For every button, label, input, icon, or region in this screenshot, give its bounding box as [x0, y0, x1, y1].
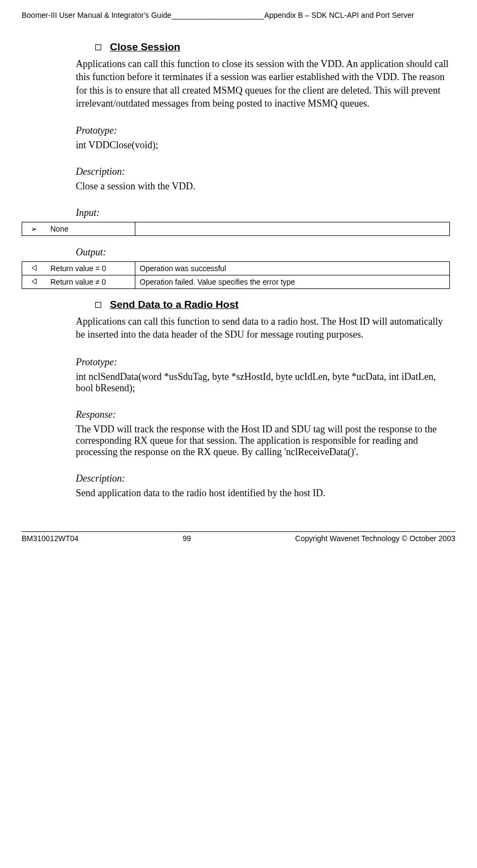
header-separator: ______________________	[172, 11, 264, 19]
description-text: Send application data to the radio host …	[76, 488, 450, 499]
page: Boomer-III User Manual & Integrator's Gu…	[0, 0, 477, 554]
description-label: Description:	[76, 473, 450, 484]
description-text: Close a session with the VDD.	[76, 181, 450, 192]
prototype-label: Prototype:	[76, 125, 450, 136]
output-key: Return value = 0	[46, 262, 135, 275]
svg-marker-0	[32, 265, 36, 271]
header-appendix: Appendix B – SDK NCL-API and Port Server	[264, 11, 414, 19]
prototype-text: int nclSendData(word *usSduTag, byte *sz…	[76, 371, 450, 394]
footer-doc-id: BM310012WT04	[22, 534, 79, 543]
response-label: Response:	[76, 409, 450, 420]
square-bullet-icon	[95, 44, 101, 50]
footer-page-number: 99	[182, 534, 191, 543]
arrow-left-icon	[22, 262, 47, 275]
input-label: Input:	[76, 207, 450, 219]
content-area: Close Session Applications can call this…	[76, 41, 450, 499]
section-heading-send-data: Send Data to a Radio Host	[95, 299, 450, 311]
page-header: Boomer-III User Manual & Integrator's Gu…	[22, 11, 455, 19]
output-table-wrap: Return value = 0 Operation was successfu…	[22, 261, 450, 289]
footer-copyright: Copyright Wavenet Technology © October 2…	[295, 534, 455, 543]
description-label: Description:	[76, 166, 450, 177]
input-key: None	[46, 222, 135, 236]
output-key: Return value ≠ 0	[46, 275, 135, 289]
response-text: The VDD will track the response with the…	[76, 424, 450, 458]
table-row: Return value = 0 Operation was successfu…	[22, 262, 450, 275]
output-label: Output:	[76, 247, 450, 258]
input-table-wrap: ➢ None	[22, 222, 450, 236]
output-value: Operation was successful	[135, 262, 450, 275]
arrow-left-icon	[22, 275, 47, 289]
prototype-label: Prototype:	[76, 357, 450, 368]
table-row: ➢ None	[22, 222, 450, 236]
section-body: Applications can call this function to c…	[76, 57, 450, 110]
section-heading-close-session: Close Session	[95, 41, 450, 53]
svg-marker-1	[32, 279, 36, 284]
section-title: Close Session	[110, 41, 180, 53]
square-bullet-icon	[95, 302, 101, 308]
section-title: Send Data to a Radio Host	[110, 299, 239, 311]
input-table: ➢ None	[22, 222, 450, 236]
output-value: Operation failed. Value specifies the er…	[135, 275, 450, 289]
input-value	[135, 222, 450, 236]
prototype-text: int VDDClose(void);	[76, 140, 450, 151]
table-row: Return value ≠ 0 Operation failed. Value…	[22, 275, 450, 289]
header-doc-title: Boomer-III User Manual & Integrator's Gu…	[22, 11, 172, 19]
output-table: Return value = 0 Operation was successfu…	[22, 261, 450, 289]
section-body: Applications can call this function to s…	[76, 315, 450, 341]
arrow-right-icon: ➢	[22, 222, 47, 236]
page-footer: BM310012WT04 99 Copyright Wavenet Techno…	[22, 531, 455, 543]
